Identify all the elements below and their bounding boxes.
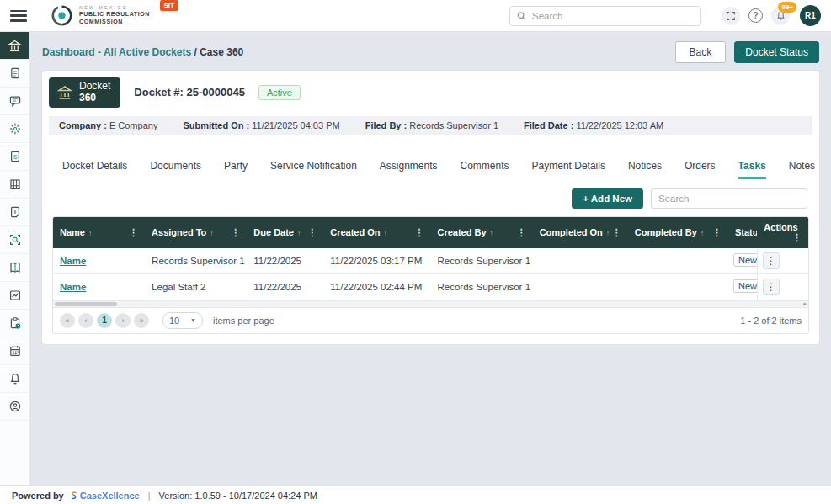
- column-menu-icon[interactable]: ⋮: [414, 227, 423, 238]
- horizontal-scrollbar[interactable]: ▸: [53, 300, 808, 307]
- cell-assigned-to: Records Supervisor 1: [145, 248, 247, 274]
- table-row: Name Records Supervisor 1 11/22/2025 11/…: [53, 248, 808, 274]
- page-size-select[interactable]: 10 ▼: [162, 312, 203, 329]
- tab-notes[interactable]: Notes: [789, 160, 815, 179]
- document-icon: [8, 66, 22, 80]
- notifications-button[interactable]: 99+: [771, 7, 790, 25]
- tab-orders[interactable]: Orders: [685, 160, 716, 179]
- sidebar-item-payments[interactable]: $: [0, 143, 29, 171]
- sidebar-item-workflow[interactable]: [0, 115, 29, 143]
- row-actions-button[interactable]: ⋮: [763, 252, 780, 269]
- agency-logo: NEW MEXICO PUBLIC REGULATION COMMISSION …: [51, 4, 178, 27]
- tab-docket-details[interactable]: Docket Details: [62, 160, 127, 179]
- back-button[interactable]: Back: [675, 41, 727, 63]
- brand-logo[interactable]: CaseXellence: [69, 491, 140, 501]
- column-header-created-by[interactable]: Created By↑⋮: [430, 217, 532, 248]
- column-menu-icon[interactable]: ⋮: [712, 227, 722, 238]
- environment-badge: SIT: [160, 0, 178, 11]
- pager-first-button[interactable]: «: [60, 313, 75, 328]
- global-search-input[interactable]: [532, 11, 694, 21]
- tab-tasks[interactable]: Tasks: [738, 160, 766, 179]
- cell-assigned-to: Legal Staff 2: [145, 273, 247, 300]
- left-sidebar: $ T: [0, 32, 30, 485]
- bell-icon: [8, 372, 22, 385]
- column-header-name[interactable]: Name↑⋮: [53, 217, 145, 248]
- sidebar-item-reports[interactable]: [0, 282, 29, 310]
- task-name-link[interactable]: Name: [60, 282, 86, 292]
- docket-status-badge: Active: [258, 85, 301, 100]
- fullscreen-button[interactable]: [722, 7, 740, 25]
- calendar-icon: [8, 344, 22, 358]
- column-menu-icon[interactable]: ⋮: [792, 232, 802, 243]
- task-name-link[interactable]: Name: [60, 256, 86, 266]
- column-menu-icon[interactable]: ⋮: [231, 227, 240, 238]
- items-per-page-label: items per page: [213, 316, 274, 326]
- user-avatar[interactable]: R1: [800, 5, 821, 26]
- pager-prev-button[interactable]: ‹: [78, 313, 93, 328]
- chart-icon: [8, 289, 22, 302]
- cell-due-date: 11/22/2025: [247, 273, 323, 300]
- pager-page-1-button[interactable]: 1: [97, 313, 112, 328]
- column-menu-icon[interactable]: ⋮: [612, 227, 621, 238]
- scrollbar-thumb[interactable]: [55, 302, 117, 306]
- footer-divider: |: [148, 491, 151, 501]
- tab-documents[interactable]: Documents: [150, 160, 201, 179]
- sort-arrow-icon: ↑: [297, 229, 301, 237]
- sidebar-item-dockets[interactable]: [0, 32, 29, 60]
- tasks-search-input[interactable]: [651, 188, 807, 209]
- sidebar-item-tasks[interactable]: [0, 310, 29, 337]
- sidebar-item-templates[interactable]: T: [0, 199, 29, 226]
- user-circle-icon: [8, 400, 22, 413]
- sort-arrow-icon: ↑: [700, 229, 705, 237]
- pager-next-button[interactable]: ›: [115, 313, 131, 328]
- tab-assignments[interactable]: Assignments: [380, 160, 438, 179]
- sidebar-item-companies[interactable]: [0, 171, 29, 199]
- add-new-button[interactable]: + Add New: [572, 188, 643, 209]
- tab-payment-details[interactable]: Payment Details: [532, 160, 605, 179]
- column-header-assigned-to[interactable]: Assigned To↑⋮: [145, 217, 247, 248]
- pager-last-button[interactable]: »: [134, 313, 149, 328]
- row-actions-button[interactable]: ⋮: [763, 279, 780, 295]
- hamburger-menu-icon[interactable]: [10, 10, 27, 22]
- sidebar-item-profile[interactable]: [0, 393, 29, 421]
- task-status-badge: New: [733, 253, 757, 267]
- docket-360-chip: Docket 360: [49, 77, 120, 108]
- sort-arrow-icon: ↑: [88, 229, 93, 237]
- sidebar-item-messages[interactable]: [0, 88, 29, 115]
- global-search[interactable]: [509, 6, 701, 26]
- info-fileddate-label: Filed Date :: [524, 120, 573, 130]
- tab-notices[interactable]: Notices: [628, 160, 662, 179]
- column-header-completed-on[interactable]: Completed On↑⋮: [533, 217, 628, 248]
- docket-status-button[interactable]: Docket Status: [734, 41, 819, 63]
- brand-name: CaseXellence: [80, 491, 140, 501]
- info-company-value: E Company: [109, 120, 157, 130]
- tab-party[interactable]: Party: [224, 160, 248, 179]
- pager-range-label: 1 - 2 of 2 items: [740, 316, 802, 326]
- logo-line1: NEW MEXICO: [79, 5, 150, 11]
- column-menu-icon[interactable]: ⋮: [129, 227, 138, 238]
- book-icon: [8, 261, 22, 274]
- column-header-created-on[interactable]: Created On↑⋮: [323, 217, 430, 248]
- search-icon: [517, 11, 526, 21]
- breadcrumb-link[interactable]: Dashboard - All Active Dockets: [42, 46, 191, 58]
- column-header-completed-by[interactable]: Completed By↑⋮: [628, 217, 728, 248]
- tab-comments[interactable]: Comments: [461, 160, 509, 179]
- help-button[interactable]: ?: [748, 8, 763, 23]
- column-menu-icon[interactable]: ⋮: [307, 227, 317, 238]
- tab-service-notification[interactable]: Service Notification: [270, 160, 357, 179]
- column-header-status[interactable]: Status: [728, 217, 757, 248]
- version-label: Version: 1.0.59 - 10/17/2024 04:24 PM: [159, 491, 317, 501]
- sidebar-item-notifications[interactable]: [0, 365, 29, 393]
- sidebar-item-documents[interactable]: [0, 60, 29, 88]
- scroll-right-icon: ▸: [803, 300, 807, 307]
- sidebar-item-library[interactable]: [0, 254, 29, 282]
- clipboard-clock-icon: [8, 316, 22, 330]
- svg-text:T: T: [13, 209, 17, 215]
- column-menu-icon[interactable]: ⋮: [517, 227, 526, 238]
- info-filedby-value: Records Supervisor 1: [409, 120, 498, 130]
- sidebar-item-calendar[interactable]: [0, 337, 29, 365]
- top-header: NEW MEXICO PUBLIC REGULATION COMMISSION …: [0, 0, 831, 32]
- sort-arrow-icon: ↑: [606, 229, 610, 237]
- sidebar-item-record-search[interactable]: [0, 226, 29, 254]
- column-header-due-date[interactable]: Due Date↑⋮: [247, 217, 323, 248]
